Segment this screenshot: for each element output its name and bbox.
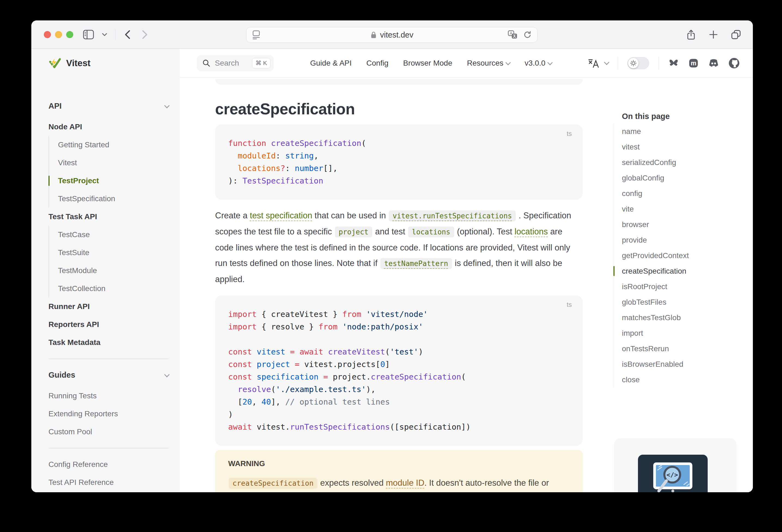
top-nav-link[interactable]: Guide & API	[310, 59, 352, 68]
search-icon	[202, 59, 211, 67]
sidebar-item[interactable]: Runner API	[48, 297, 169, 316]
search-button[interactable]: Search ⌘ K	[197, 55, 274, 71]
sidebar-toggle-button[interactable]	[83, 30, 94, 39]
sidebar-item[interactable]: Test Task API	[48, 208, 169, 226]
lock-icon	[370, 31, 377, 39]
outline-item[interactable]: vitest	[622, 139, 753, 155]
sidebar-item[interactable]: TestCollection	[58, 280, 169, 297]
screenshot: { "colors": { "brand": "#567314", "keywo…	[0, 0, 782, 532]
code-line: const project = vitest.projects[0]	[228, 358, 570, 370]
code-line: locations?: number[],	[228, 162, 570, 175]
sidebar-item[interactable]: Running Tests	[48, 387, 169, 405]
site-title: Vitest	[66, 58, 91, 68]
outline-item[interactable]: onTestsRerun	[622, 341, 753, 356]
text-run: expects resolved	[318, 478, 386, 488]
top-nav-link[interactable]: Resources	[467, 59, 510, 68]
sidebar-item[interactable]: Test API Reference	[48, 473, 169, 491]
github-icon[interactable]	[728, 58, 740, 69]
outline-item[interactable]: close	[622, 372, 753, 387]
back-button[interactable]	[123, 29, 132, 40]
browser-toolbar: vitest.dev A	[31, 21, 753, 49]
outline-item[interactable]: vite	[622, 201, 753, 217]
inline-link[interactable]: module ID	[386, 478, 424, 488]
sidebar-item[interactable]: TestSuite	[58, 244, 169, 262]
share-button[interactable]	[686, 29, 696, 40]
inline-link[interactable]: test specification	[250, 211, 312, 220]
search-shortcut: ⌘ K	[252, 58, 271, 68]
example-code-block[interactable]: ts import { createVitest } from 'vitest/…	[215, 295, 583, 446]
outline-item[interactable]: isRootProject	[622, 279, 753, 294]
svg-text:</>: </>	[667, 471, 678, 478]
language-icon[interactable]	[588, 58, 609, 68]
sidebar-nav: APINode APIGetting StartedVitestTestProj…	[31, 78, 180, 491]
outline-item[interactable]: isBrowserEnabled	[622, 356, 753, 372]
svg-text:m: m	[691, 60, 697, 67]
bluesky-icon[interactable]	[668, 58, 679, 68]
outline-item[interactable]: name	[622, 123, 753, 139]
main-content: createSpecification ts function createSp…	[180, 78, 602, 492]
outline-item[interactable]: serializedConfig	[622, 155, 753, 170]
sidebar-item[interactable]: Extending Reporters	[48, 405, 169, 423]
url-text[interactable]: vitest.dev	[380, 31, 414, 39]
top-nav-link[interactable]: Browser Mode	[403, 59, 452, 68]
sidebar-item[interactable]: Node API	[48, 118, 169, 136]
outline-item[interactable]: matchesTestGlob	[622, 310, 753, 325]
tabs-overview-button[interactable]	[731, 29, 741, 40]
sidebar-group-title[interactable]: Guides	[48, 366, 169, 384]
outline-item[interactable]: globTestFiles	[622, 294, 753, 310]
code-lines: function createSpecification( moduleId: …	[228, 137, 570, 187]
address-bar[interactable]: vitest.dev A	[246, 27, 537, 42]
sidebar-item[interactable]: TestCase	[58, 226, 169, 244]
sidebar-subitems: TestCaseTestSuiteTestModuleTestCollectio…	[48, 226, 169, 297]
outline: On this page namevitestserializedConfigg…	[602, 78, 753, 387]
outline-item[interactable]: provide	[622, 232, 753, 248]
inline-link[interactable]: locations	[514, 227, 548, 236]
inline-code-link[interactable]: vitest.runTestSpecifications	[389, 210, 516, 221]
minimize-window-button[interactable]	[55, 31, 62, 38]
outline-item[interactable]: import	[622, 325, 753, 341]
outline-items: namevitestserializedConfigglobalConfigco…	[614, 123, 753, 387]
top-nav-link[interactable]: v3.0.0	[525, 59, 552, 68]
discord-icon[interactable]	[708, 58, 720, 69]
forward-button[interactable]	[140, 29, 149, 40]
zoom-window-button[interactable]	[66, 31, 73, 38]
outline-item[interactable]: globalConfig	[622, 170, 753, 186]
chevron-down-icon[interactable]	[102, 32, 108, 37]
code-line: import { resolve } from 'node:path/posix…	[228, 320, 570, 333]
sidebar-group-title[interactable]: API	[48, 97, 169, 115]
top-nav-label: v3.0.0	[525, 59, 545, 68]
theme-toggle[interactable]	[627, 57, 649, 69]
sun-icon	[630, 60, 637, 67]
sidebar-item[interactable]: TestSpecification	[58, 190, 169, 208]
mastodon-icon[interactable]: m	[688, 58, 699, 69]
inline-code[interactable]: project	[335, 226, 372, 238]
outline-item[interactable]: browser	[622, 217, 753, 232]
close-window-button[interactable]	[44, 31, 51, 38]
signature-code-block[interactable]: ts function createSpecification( moduleI…	[215, 125, 583, 200]
sidebar-item[interactable]: Vitest	[58, 154, 169, 172]
outline-item[interactable]: config	[622, 186, 753, 201]
new-tab-button[interactable]	[709, 30, 718, 39]
text-run: (optional). Test	[455, 227, 514, 236]
inline-code-link[interactable]: testNamePattern	[380, 258, 452, 269]
sidebar-item[interactable]: TestModule	[58, 262, 169, 280]
inline-code[interactable]: locations	[408, 226, 454, 238]
sidebar-item[interactable]: Task Metadata	[48, 333, 169, 352]
sidebar-item[interactable]: TestProject	[58, 172, 169, 190]
vitest-docs-site: Vitest APINode APIGetting StartedVitestT…	[31, 49, 753, 492]
sidebar-item[interactable]: Reporters API	[48, 316, 169, 333]
ad-card[interactable]: </>	[614, 438, 737, 492]
sidebar-group-label: Guides	[48, 370, 75, 380]
sidebar-item[interactable]: Config Reference	[48, 456, 169, 473]
warning-body: createSpecification expects resolved mod…	[228, 475, 570, 492]
sidebar-item[interactable]: Custom Pool	[48, 423, 169, 441]
outline-item[interactable]: getProvidedContext	[622, 248, 753, 263]
code-line: ): TestSpecification	[228, 175, 570, 187]
translate-icon[interactable]: A	[508, 30, 518, 39]
ad-image: </>	[638, 455, 708, 492]
sidebar-item[interactable]: Getting Started	[58, 136, 169, 154]
site-logo[interactable]: Vitest	[31, 49, 180, 78]
top-nav-link[interactable]: Config	[366, 59, 389, 68]
outline-item[interactable]: createSpecification	[622, 263, 753, 279]
reload-icon[interactable]	[523, 31, 532, 39]
